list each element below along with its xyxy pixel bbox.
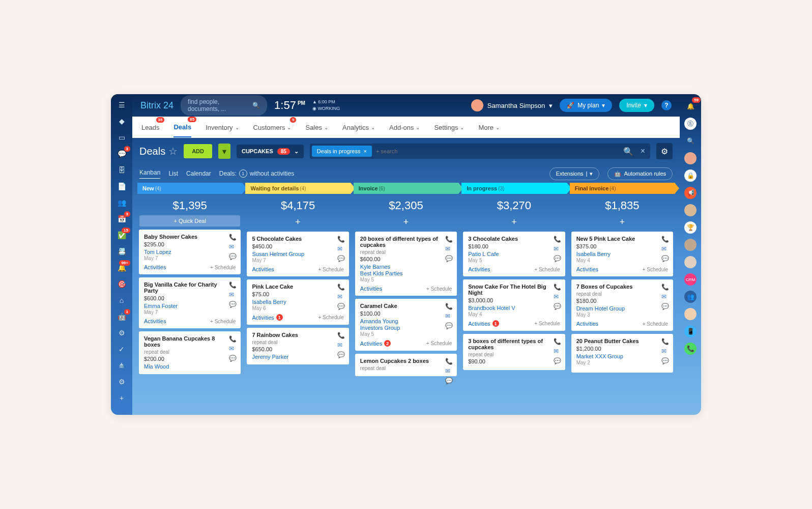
- nav-more[interactable]: More⌄: [478, 124, 500, 131]
- chat-icon[interactable]: 💬: [554, 255, 561, 262]
- contact-avatar[interactable]: [684, 204, 697, 216]
- activities-link[interactable]: Activities: [576, 266, 598, 272]
- add-dropdown[interactable]: ▾: [218, 144, 230, 159]
- contact-link[interactable]: Isabella Berry: [252, 299, 343, 305]
- mail-icon[interactable]: ✉: [445, 367, 453, 375]
- global-search[interactable]: find people, documents, ...🔍: [181, 95, 267, 116]
- activities-link[interactable]: Activities 2: [360, 340, 391, 347]
- mail-icon[interactable]: ✉: [445, 313, 453, 320]
- mail-icon[interactable]: ✉: [445, 245, 453, 252]
- deal-card[interactable]: 📞✉💬 Vegan Banana Cupcakes 8 boxes repeat…: [139, 331, 241, 374]
- docs-icon[interactable]: 📄: [117, 182, 126, 191]
- target-icon[interactable]: 🎯: [117, 279, 126, 289]
- contact-link[interactable]: Mia Wood: [144, 363, 236, 370]
- mail-icon[interactable]: ✉: [229, 243, 237, 250]
- contact-link[interactable]: Susan Helmet Group: [252, 251, 343, 257]
- mail-icon[interactable]: ✉: [554, 245, 561, 252]
- contact-link[interactable]: Tom Lopez: [144, 249, 236, 255]
- mail-icon[interactable]: ✉: [337, 293, 345, 300]
- lock-icon[interactable]: 🔒: [684, 169, 697, 182]
- bell-icon[interactable]: 🔔59: [684, 100, 697, 112]
- hamburger-icon[interactable]: ☰: [117, 100, 126, 109]
- deal-card[interactable]: 📞✉💬 Big Vanilla Cake for Charity Party $…: [139, 277, 241, 328]
- add-card-button[interactable]: +: [461, 215, 566, 232]
- phone-icon[interactable]: 📞: [445, 358, 453, 365]
- phone-icon[interactable]: 📞: [554, 236, 561, 243]
- nav-customers[interactable]: Customers⌄9: [253, 124, 292, 131]
- nav-deals[interactable]: Deals85: [173, 123, 191, 137]
- mail-icon[interactable]: ✉: [554, 348, 561, 355]
- phone-icon[interactable]: 📞: [661, 236, 669, 243]
- settings-button[interactable]: ⚙: [656, 143, 673, 159]
- phone-icon[interactable]: 📞: [337, 284, 345, 291]
- phone-icon[interactable]: 📞: [554, 284, 561, 291]
- phone-icon[interactable]: 📞: [229, 281, 237, 289]
- messages-icon[interactable]: 💬3: [117, 149, 126, 158]
- phone-icon[interactable]: 📞: [337, 332, 345, 339]
- phone-icon[interactable]: 📱: [684, 325, 697, 337]
- contact-avatar[interactable]: [684, 308, 697, 320]
- signal-icon[interactable]: ⓢ: [684, 118, 697, 130]
- column-header[interactable]: Final invoice(4): [570, 183, 675, 194]
- filter-search-input[interactable]: [376, 148, 619, 154]
- schedule-link[interactable]: + Schedule: [210, 265, 236, 270]
- activities-link[interactable]: Activities: [144, 264, 166, 270]
- phone-icon[interactable]: 📞: [445, 303, 453, 310]
- drive-icon[interactable]: 🗄: [117, 165, 126, 175]
- schedule-link[interactable]: + Schedule: [534, 321, 560, 326]
- nav-sales[interactable]: Sales⌄: [305, 124, 328, 131]
- deal-card[interactable]: 📞✉💬 7 Rainbow Cakes repeat deal $650.00 …: [247, 328, 349, 364]
- chat-icon[interactable]: 💬: [661, 357, 669, 364]
- deal-card[interactable]: 📞✉💬 5 Chocolate Cakes $450.00 Susan Helm…: [247, 232, 349, 276]
- help-icon[interactable]: ?: [661, 100, 672, 110]
- clear-icon[interactable]: ×: [641, 147, 645, 156]
- feed-icon[interactable]: ▭: [117, 133, 126, 142]
- contact-link[interactable]: Dream Hotel Group: [576, 305, 668, 312]
- activities-link[interactable]: Activities: [252, 266, 274, 272]
- announce-icon[interactable]: 📢: [684, 187, 697, 199]
- deal-card[interactable]: 📞✉💬 Lemon Cupcakes 2 boxes repeat deal: [355, 354, 457, 376]
- schedule-link[interactable]: + Schedule: [318, 267, 343, 272]
- nav-add-ons[interactable]: Add-ons⌄: [389, 124, 420, 131]
- nav-leads[interactable]: Leads35: [141, 124, 159, 131]
- deal-card[interactable]: 📞✉💬 Pink Lace Cake $75.00 Isabella Berry…: [247, 279, 349, 325]
- contact-link[interactable]: Kyle Barnes: [360, 264, 452, 270]
- tab-list[interactable]: List: [168, 170, 178, 177]
- nav-analytics[interactable]: Analytics⌄: [342, 124, 375, 131]
- phone-icon[interactable]: 📞: [554, 338, 561, 345]
- mail-icon[interactable]: ✉: [337, 342, 345, 349]
- deal-card[interactable]: 📞✉💬 Baby Shower Cakes $295.00 Tom Lopez …: [139, 230, 241, 274]
- phone-icon[interactable]: 📞: [337, 236, 345, 243]
- contact-link[interactable]: Market XXX Group: [576, 353, 668, 359]
- close-icon[interactable]: ×: [363, 148, 366, 154]
- quick-deal-button[interactable]: + Quick Deal: [139, 215, 240, 227]
- chat-icon[interactable]: 💬: [229, 355, 237, 362]
- phone-icon[interactable]: 📞: [445, 236, 453, 243]
- activities-link[interactable]: Activities 1: [252, 314, 282, 321]
- contact-link[interactable]: Brandbook Hotel V: [468, 305, 560, 311]
- chat-icon[interactable]: 💬: [445, 322, 453, 329]
- schedule-link[interactable]: + Schedule: [426, 286, 452, 292]
- contacts-icon[interactable]: 📇: [117, 247, 126, 256]
- schedule-link[interactable]: + Schedule: [210, 319, 236, 324]
- deal-card[interactable]: 📞✉💬 Snow Cake For The Hotel Big Night $3…: [463, 279, 565, 331]
- chat-icon[interactable]: 💬: [554, 303, 561, 310]
- tab-kanban[interactable]: Kanban: [139, 169, 160, 179]
- activities-link[interactable]: Activities: [468, 266, 490, 272]
- robot-icon[interactable]: 🤖1: [117, 312, 126, 321]
- chat-icon[interactable]: 💬: [445, 255, 453, 262]
- contact-link[interactable]: Emma Foster: [144, 303, 236, 309]
- contact-avatar[interactable]: [684, 256, 697, 268]
- mail-icon[interactable]: ✉: [229, 345, 237, 352]
- mail-icon[interactable]: ✉: [337, 245, 345, 252]
- contact-avatar[interactable]: [684, 239, 697, 251]
- group-icon[interactable]: 👥: [684, 291, 697, 303]
- column-header[interactable]: New(4): [137, 183, 242, 194]
- tasks-icon[interactable]: ✅15: [117, 231, 126, 240]
- mail-icon[interactable]: ✉: [554, 293, 561, 300]
- mail-icon[interactable]: ⌂: [117, 296, 126, 305]
- activities-link[interactable]: Activities: [576, 321, 598, 327]
- add-card-button[interactable]: +: [245, 215, 350, 232]
- chat-icon[interactable]: 💬: [661, 255, 669, 262]
- extensions-button[interactable]: Extensions|▾: [549, 167, 600, 180]
